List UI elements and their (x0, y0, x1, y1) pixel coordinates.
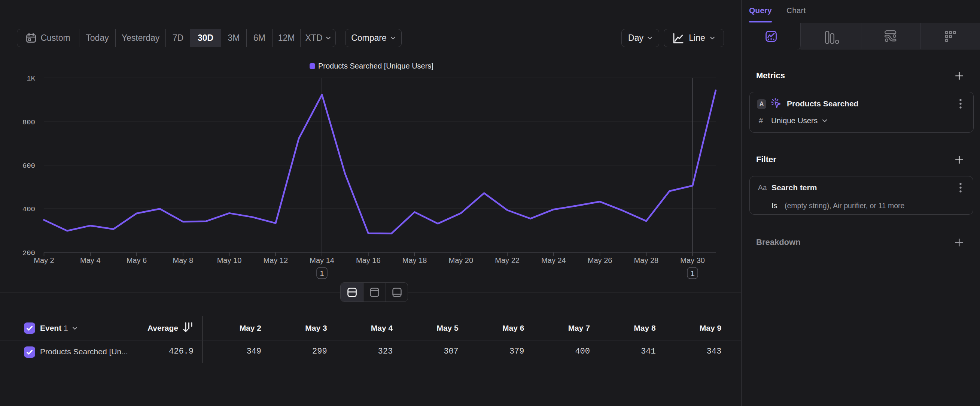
svg-text:May 2: May 2 (34, 256, 54, 264)
svg-text:May 24: May 24 (541, 256, 566, 264)
svg-text:Products Searched [Unique User: Products Searched [Unique Users] (318, 62, 433, 70)
svg-text:400: 400 (22, 205, 35, 213)
svg-text:1: 1 (320, 269, 324, 277)
svg-text:May 6: May 6 (127, 256, 147, 264)
svg-text:May 30: May 30 (680, 256, 705, 264)
svg-text:May 18: May 18 (402, 256, 427, 264)
svg-text:May 20: May 20 (449, 256, 474, 264)
svg-text:May 14: May 14 (310, 256, 334, 264)
svg-text:200: 200 (22, 249, 35, 257)
svg-text:May 4: May 4 (80, 256, 100, 264)
svg-text:May 28: May 28 (634, 256, 659, 264)
svg-text:May 8: May 8 (173, 256, 193, 264)
svg-text:1K: 1K (27, 75, 35, 83)
svg-text:May 26: May 26 (588, 256, 612, 264)
svg-text:May 22: May 22 (495, 256, 520, 264)
svg-text:May 16: May 16 (356, 256, 381, 264)
svg-text:600: 600 (22, 162, 35, 170)
svg-text:1: 1 (690, 269, 695, 277)
svg-text:May 10: May 10 (217, 256, 242, 264)
svg-text:May 12: May 12 (264, 256, 288, 264)
svg-text:800: 800 (22, 118, 35, 127)
